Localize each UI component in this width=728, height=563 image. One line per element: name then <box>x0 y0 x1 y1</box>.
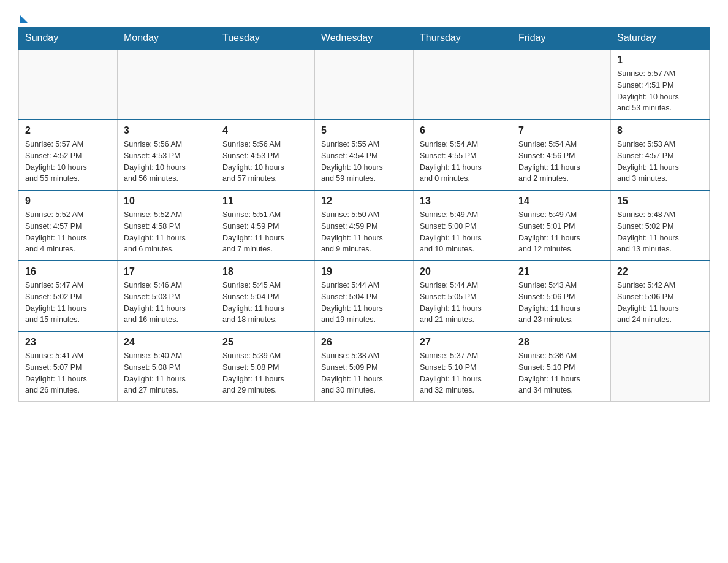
day-info: Sunrise: 5:41 AM Sunset: 5:07 PM Dayligh… <box>25 350 111 396</box>
day-info: Sunrise: 5:38 AM Sunset: 5:09 PM Dayligh… <box>321 350 407 396</box>
calendar-cell <box>315 49 414 120</box>
day-number: 12 <box>321 196 407 207</box>
day-info: Sunrise: 5:45 AM Sunset: 5:04 PM Dayligh… <box>222 280 308 326</box>
day-number: 3 <box>124 125 210 136</box>
day-number: 14 <box>518 196 604 207</box>
calendar-cell: 9Sunrise: 5:52 AM Sunset: 4:57 PM Daylig… <box>19 190 118 261</box>
day-number: 11 <box>222 196 308 207</box>
day-number: 19 <box>321 266 407 277</box>
day-info: Sunrise: 5:56 AM Sunset: 4:53 PM Dayligh… <box>222 139 308 185</box>
day-number: 16 <box>25 266 111 277</box>
calendar-cell: 10Sunrise: 5:52 AM Sunset: 4:58 PM Dayli… <box>118 190 216 261</box>
day-of-week-header: Saturday <box>611 28 710 50</box>
calendar-cell <box>19 49 118 120</box>
day-info: Sunrise: 5:49 AM Sunset: 5:01 PM Dayligh… <box>518 209 604 255</box>
logo-arrow-icon <box>20 15 28 23</box>
day-info: Sunrise: 5:56 AM Sunset: 4:53 PM Dayligh… <box>124 139 210 185</box>
calendar-cell: 11Sunrise: 5:51 AM Sunset: 4:59 PM Dayli… <box>216 190 315 261</box>
calendar-cell: 3Sunrise: 5:56 AM Sunset: 4:53 PM Daylig… <box>118 120 216 190</box>
calendar-cell: 7Sunrise: 5:54 AM Sunset: 4:56 PM Daylig… <box>512 120 611 190</box>
calendar-cell: 19Sunrise: 5:44 AM Sunset: 5:04 PM Dayli… <box>315 261 414 331</box>
calendar-cell <box>512 49 611 120</box>
day-number: 22 <box>617 266 703 277</box>
day-info: Sunrise: 5:50 AM Sunset: 4:59 PM Dayligh… <box>321 209 407 255</box>
calendar-cell: 16Sunrise: 5:47 AM Sunset: 5:02 PM Dayli… <box>19 261 118 331</box>
calendar-header-row: SundayMondayTuesdayWednesdayThursdayFrid… <box>19 28 710 50</box>
day-info: Sunrise: 5:48 AM Sunset: 5:02 PM Dayligh… <box>617 209 703 255</box>
day-info: Sunrise: 5:46 AM Sunset: 5:03 PM Dayligh… <box>124 280 210 326</box>
day-info: Sunrise: 5:54 AM Sunset: 4:56 PM Dayligh… <box>518 139 604 185</box>
day-info: Sunrise: 5:49 AM Sunset: 5:00 PM Dayligh… <box>420 209 506 255</box>
calendar-cell: 14Sunrise: 5:49 AM Sunset: 5:01 PM Dayli… <box>512 190 611 261</box>
day-info: Sunrise: 5:36 AM Sunset: 5:10 PM Dayligh… <box>518 350 604 396</box>
day-number: 23 <box>25 337 111 348</box>
day-info: Sunrise: 5:40 AM Sunset: 5:08 PM Dayligh… <box>124 350 210 396</box>
calendar-cell: 27Sunrise: 5:37 AM Sunset: 5:10 PM Dayli… <box>414 331 512 402</box>
day-number: 9 <box>25 196 111 207</box>
calendar-cell <box>611 331 710 402</box>
calendar-week-row: 23Sunrise: 5:41 AM Sunset: 5:07 PM Dayli… <box>19 331 710 402</box>
calendar-cell: 25Sunrise: 5:39 AM Sunset: 5:08 PM Dayli… <box>216 331 315 402</box>
calendar-table: SundayMondayTuesdayWednesdayThursdayFrid… <box>18 27 710 402</box>
calendar-week-row: 9Sunrise: 5:52 AM Sunset: 4:57 PM Daylig… <box>19 190 710 261</box>
day-number: 5 <box>321 125 407 136</box>
day-number: 27 <box>420 337 506 348</box>
logo <box>18 12 28 21</box>
calendar-week-row: 2Sunrise: 5:57 AM Sunset: 4:52 PM Daylig… <box>19 120 710 190</box>
day-of-week-header: Monday <box>118 28 216 50</box>
calendar-cell: 24Sunrise: 5:40 AM Sunset: 5:08 PM Dayli… <box>118 331 216 402</box>
day-number: 6 <box>420 125 506 136</box>
day-number: 15 <box>617 196 703 207</box>
calendar-cell: 8Sunrise: 5:53 AM Sunset: 4:57 PM Daylig… <box>611 120 710 190</box>
day-number: 7 <box>518 125 604 136</box>
day-of-week-header: Friday <box>512 28 611 50</box>
day-of-week-header: Wednesday <box>315 28 414 50</box>
calendar-cell: 1Sunrise: 5:57 AM Sunset: 4:51 PM Daylig… <box>611 49 710 120</box>
day-number: 25 <box>222 337 308 348</box>
day-number: 2 <box>25 125 111 136</box>
calendar-cell: 26Sunrise: 5:38 AM Sunset: 5:09 PM Dayli… <box>315 331 414 402</box>
calendar-cell: 5Sunrise: 5:55 AM Sunset: 4:54 PM Daylig… <box>315 120 414 190</box>
day-info: Sunrise: 5:43 AM Sunset: 5:06 PM Dayligh… <box>518 280 604 326</box>
calendar-cell: 20Sunrise: 5:44 AM Sunset: 5:05 PM Dayli… <box>414 261 512 331</box>
day-number: 21 <box>518 266 604 277</box>
day-info: Sunrise: 5:39 AM Sunset: 5:08 PM Dayligh… <box>222 350 308 396</box>
day-info: Sunrise: 5:55 AM Sunset: 4:54 PM Dayligh… <box>321 139 407 185</box>
calendar-cell: 15Sunrise: 5:48 AM Sunset: 5:02 PM Dayli… <box>611 190 710 261</box>
calendar-cell: 23Sunrise: 5:41 AM Sunset: 5:07 PM Dayli… <box>19 331 118 402</box>
day-number: 17 <box>124 266 210 277</box>
day-of-week-header: Thursday <box>414 28 512 50</box>
calendar-cell <box>216 49 315 120</box>
day-number: 8 <box>617 125 703 136</box>
calendar-week-row: 1Sunrise: 5:57 AM Sunset: 4:51 PM Daylig… <box>19 49 710 120</box>
day-number: 26 <box>321 337 407 348</box>
calendar-cell <box>118 49 216 120</box>
calendar-cell: 4Sunrise: 5:56 AM Sunset: 4:53 PM Daylig… <box>216 120 315 190</box>
day-info: Sunrise: 5:52 AM Sunset: 4:58 PM Dayligh… <box>124 209 210 255</box>
calendar-cell: 21Sunrise: 5:43 AM Sunset: 5:06 PM Dayli… <box>512 261 611 331</box>
day-info: Sunrise: 5:51 AM Sunset: 4:59 PM Dayligh… <box>222 209 308 255</box>
page-header <box>18 12 710 21</box>
day-info: Sunrise: 5:54 AM Sunset: 4:55 PM Dayligh… <box>420 139 506 185</box>
day-number: 1 <box>617 55 703 66</box>
day-info: Sunrise: 5:37 AM Sunset: 5:10 PM Dayligh… <box>420 350 506 396</box>
calendar-week-row: 16Sunrise: 5:47 AM Sunset: 5:02 PM Dayli… <box>19 261 710 331</box>
day-number: 24 <box>124 337 210 348</box>
day-info: Sunrise: 5:57 AM Sunset: 4:52 PM Dayligh… <box>25 139 111 185</box>
calendar-cell: 28Sunrise: 5:36 AM Sunset: 5:10 PM Dayli… <box>512 331 611 402</box>
calendar-cell: 6Sunrise: 5:54 AM Sunset: 4:55 PM Daylig… <box>414 120 512 190</box>
calendar-cell: 12Sunrise: 5:50 AM Sunset: 4:59 PM Dayli… <box>315 190 414 261</box>
calendar-cell <box>414 49 512 120</box>
day-number: 4 <box>222 125 308 136</box>
day-info: Sunrise: 5:53 AM Sunset: 4:57 PM Dayligh… <box>617 139 703 185</box>
day-info: Sunrise: 5:52 AM Sunset: 4:57 PM Dayligh… <box>25 209 111 255</box>
day-of-week-header: Tuesday <box>216 28 315 50</box>
day-info: Sunrise: 5:47 AM Sunset: 5:02 PM Dayligh… <box>25 280 111 326</box>
day-info: Sunrise: 5:44 AM Sunset: 5:04 PM Dayligh… <box>321 280 407 326</box>
day-number: 13 <box>420 196 506 207</box>
day-number: 18 <box>222 266 308 277</box>
calendar-cell: 18Sunrise: 5:45 AM Sunset: 5:04 PM Dayli… <box>216 261 315 331</box>
day-number: 20 <box>420 266 506 277</box>
calendar-cell: 2Sunrise: 5:57 AM Sunset: 4:52 PM Daylig… <box>19 120 118 190</box>
day-number: 28 <box>518 337 604 348</box>
